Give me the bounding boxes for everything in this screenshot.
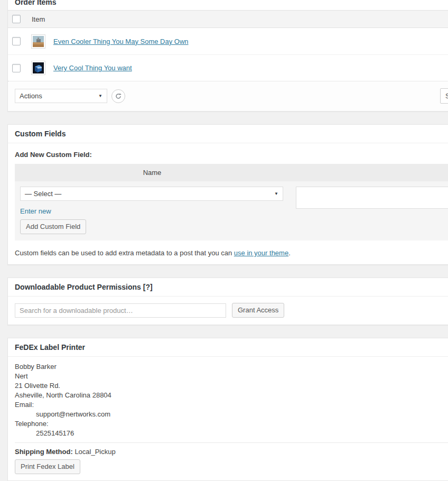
telephone-value: 2525145176 bbox=[15, 429, 448, 438]
downloadable-permissions-title: Downloadable Product Permissions [?] bbox=[8, 278, 448, 297]
order-items-title: Order Items bbox=[8, 0, 448, 10]
actions-select-value: Actions bbox=[20, 92, 42, 100]
recipient-city-state-zip: Asheville, North Carolina 28804 bbox=[15, 391, 448, 400]
telephone-label: Telephone: bbox=[15, 419, 448, 429]
refresh-icon bbox=[115, 92, 122, 100]
custom-fields-help-text: Custom fields can be used to add extra m… bbox=[15, 249, 448, 257]
help-text-after: . bbox=[288, 249, 291, 257]
recipient-name: Bobby Barker bbox=[15, 362, 448, 372]
recipient-company: Nert bbox=[15, 372, 448, 381]
custom-fields-table-header: Name bbox=[15, 164, 448, 181]
refresh-button[interactable] bbox=[111, 89, 125, 103]
select-all-checkbox[interactable] bbox=[12, 15, 21, 23]
fedex-content: Bobby Barker Nert 21 Olivette Rd. Ashevi… bbox=[8, 357, 448, 480]
save-order-button-cutoff[interactable]: S bbox=[440, 88, 448, 104]
custom-field-value-textarea[interactable] bbox=[296, 187, 448, 209]
fedex-label-printer-title: FeDEx Label Printer bbox=[8, 338, 448, 357]
use-in-your-theme-link[interactable]: use in your theme bbox=[234, 249, 288, 257]
product-link[interactable]: Very Cool Thing You want bbox=[53, 64, 132, 72]
order-items-panel: Order Items Item Even Cooler Thing You M… bbox=[7, 0, 448, 112]
recipient-street: 21 Olivette Rd. bbox=[15, 381, 448, 391]
order-items-table-header: Item bbox=[8, 10, 448, 28]
chevron-down-icon: ▼ bbox=[98, 94, 102, 98]
fedex-label-printer-panel: FeDEx Label Printer Bobby Barker Nert 21… bbox=[7, 338, 448, 481]
shipping-method-line: Shipping Method: Local_Pickup bbox=[15, 447, 448, 457]
custom-fields-title: Custom Fields bbox=[8, 125, 448, 143]
custom-field-name-column: — Select — ▼ Enter new Add Custom Field bbox=[20, 187, 283, 240]
custom-fields-table: Name — Select — ▼ Enter new Add Custom F… bbox=[15, 164, 448, 240]
actions-select[interactable]: Actions ▼ bbox=[15, 89, 107, 103]
product-thumbnail-beach-icon bbox=[31, 34, 45, 49]
beach-photo-icon bbox=[33, 36, 44, 47]
enter-new-link[interactable]: Enter new bbox=[20, 207, 51, 215]
downloadable-product-search-input[interactable] bbox=[15, 303, 226, 318]
divider bbox=[15, 442, 448, 443]
downloadable-permissions-panel: Downloadable Product Permissions [?] Gra… bbox=[7, 278, 448, 325]
grant-access-button[interactable]: Grant Access bbox=[232, 303, 284, 318]
name-column-header: Name bbox=[15, 164, 290, 181]
product-link[interactable]: Even Cooler Thing You May Some Day Own bbox=[53, 38, 189, 45]
chevron-down-icon: ▼ bbox=[274, 191, 278, 196]
downloadable-permissions-content: Grant Access bbox=[8, 297, 448, 325]
shipping-method-value: Local_Pickup bbox=[74, 448, 115, 456]
email-label: Email: bbox=[15, 400, 448, 410]
custom-field-name-select[interactable]: — Select — ▼ bbox=[20, 187, 283, 201]
custom-fields-table-body: — Select — ▼ Enter new Add Custom Field bbox=[15, 181, 448, 240]
name-select-value: — Select — bbox=[25, 190, 61, 198]
add-custom-field-button[interactable]: Add Custom Field bbox=[20, 219, 86, 234]
order-item-row: Very Cool Thing You want bbox=[8, 54, 448, 81]
product-thumbnail-cooler-icon bbox=[31, 61, 45, 75]
cooler-photo-icon bbox=[33, 62, 44, 73]
item-column-header: Item bbox=[32, 15, 45, 23]
custom-fields-panel: Custom Fields Add New Custom Field: Name… bbox=[7, 124, 448, 265]
add-new-custom-field-label: Add New Custom Field: bbox=[15, 151, 448, 159]
shipping-method-label: Shipping Method: bbox=[15, 448, 73, 456]
print-fedex-label-button[interactable]: Print Fedex Label bbox=[15, 459, 80, 474]
help-text-before: Custom fields can be used to add extra m… bbox=[15, 249, 234, 257]
order-items-footer: Actions ▼ S bbox=[8, 81, 448, 111]
row-checkbox[interactable] bbox=[12, 64, 21, 72]
row-checkbox[interactable] bbox=[12, 37, 21, 45]
order-item-row: Even Cooler Thing You May Some Day Own bbox=[8, 28, 448, 54]
email-value: support@nertworks.com bbox=[15, 410, 448, 419]
